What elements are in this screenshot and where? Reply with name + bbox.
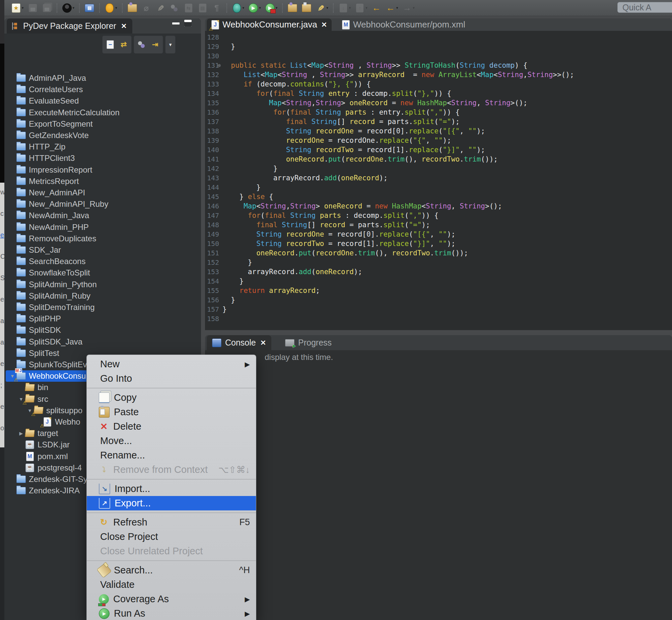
console-tab-progress[interactable]: Progress [280, 335, 341, 350]
run-button[interactable]: ▶▾ [247, 2, 262, 14]
code-line: arrayRecord.add(oneRecord); [222, 173, 388, 183]
quick-access-field[interactable]: Quick A [617, 2, 672, 13]
save-icon [28, 3, 38, 13]
menu-item-label: Refresh [113, 517, 148, 528]
code-area[interactable]: } public static List<Map<String , String… [220, 31, 672, 330]
close-view-icon[interactable]: ✕ [121, 22, 127, 30]
tree-item-splitadmin-python[interactable]: SplitAdmin_Python [6, 279, 199, 290]
tree-item-icon [16, 131, 26, 140]
explorer-title: PyDev Package Explorer [23, 21, 116, 31]
menu-item-paste[interactable]: Paste [87, 405, 256, 419]
tree-item-removeduplicates[interactable]: RemoveDuplicates [6, 233, 199, 244]
project-folder-icon [16, 258, 26, 265]
tree-item-evaluateseed[interactable]: EvaluateSeed [6, 95, 199, 107]
tree-item-splitsdk-java[interactable]: SplitSDK_Java [6, 336, 199, 348]
menu-item-import[interactable]: ↘Import... [87, 481, 256, 496]
tree-item-httpclient3[interactable]: HTTPClient3 [6, 153, 199, 164]
open-console-button[interactable]: ▤ [83, 2, 96, 14]
new-wizard-button[interactable]: ★▾ [10, 2, 25, 14]
minimize-view-button[interactable] [172, 22, 179, 24]
menu-item-export[interactable]: ↗Export... [87, 496, 256, 510]
tree-item-newadmin-java[interactable]: NewAdmin_Java [6, 210, 199, 221]
tree-item-correlateusers[interactable]: CorrelateUsers [6, 84, 199, 95]
tree-item-snowflaketosplit[interactable]: SnowflakeToSplit [6, 267, 199, 278]
user-profile-button[interactable]: ▾ [61, 2, 76, 14]
maximize-view-button[interactable] [184, 20, 191, 27]
debug-dropdown-icon[interactable]: ▾ [115, 6, 117, 10]
tree-item-executemetriccalculation[interactable]: ExecuteMetricCalculation [6, 107, 199, 118]
console-tab-console[interactable]: Console✕ [207, 335, 271, 350]
tree-item-splitadmin-ruby[interactable]: SplitAdmin_Ruby [6, 290, 199, 302]
tree-item-label: ExportToSegment [29, 119, 93, 129]
editor-tab-icon-wrap: J⚠ [211, 20, 219, 30]
highlighter-dropdown-icon[interactable]: ▾ [326, 6, 328, 10]
menu-item-rename[interactable]: Rename... [87, 448, 256, 463]
highlighter-button[interactable]: ✎▾ [315, 2, 329, 14]
menu-item-validate[interactable]: Validate [87, 577, 256, 592]
close-tab-icon[interactable]: ✕ [321, 21, 327, 29]
customize-view-icon[interactable]: ⇥ [150, 40, 160, 50]
menu-item-coverage-as[interactable]: ▶Coverage As▶ [87, 592, 256, 606]
user-profile-dropdown-icon[interactable]: ▾ [73, 6, 75, 10]
menu-item-copy[interactable]: Copy [87, 391, 256, 405]
open-element-button[interactable] [300, 2, 313, 14]
tree-item-splitsdk[interactable]: SplitSDK [6, 324, 199, 336]
back-history-button[interactable]: ← [371, 2, 383, 14]
tree-item-new-adminapi[interactable]: New_AdminAPI [6, 187, 199, 198]
menu-separator [87, 512, 256, 513]
close-tab-icon[interactable]: ✕ [260, 339, 266, 347]
editor-tab-webhookconsumer-java[interactable]: J⚠WebhookConsumer.java✕ [207, 18, 332, 31]
tree-item-http-zip[interactable]: HTTP_Zip [6, 141, 199, 153]
menu-item-go-into[interactable]: Go Into [87, 371, 256, 386]
menu-item-refresh[interactable]: ↻RefreshF5 [87, 515, 256, 529]
tree-item-searchbeacons[interactable]: SearchBeacons [6, 256, 199, 267]
external-tools-dropdown-icon[interactable]: ▾ [276, 6, 278, 10]
open-resource-button[interactable] [286, 2, 298, 14]
view-menu-icon[interactable]: ▼ [168, 42, 172, 47]
menu-item-search[interactable]: Search...^H [87, 563, 256, 577]
menu-item-new[interactable]: New▶ [87, 357, 256, 371]
tree-item-splitdemotraining[interactable]: SplitDemoTraining [6, 302, 199, 313]
new-wizard-dropdown-icon[interactable]: ▾ [22, 6, 24, 10]
editor-tab-webhookconsumer-pom-xml[interactable]: MWebhookConsumer/pom.xml [337, 18, 474, 31]
debug-button[interactable]: ▾ [104, 2, 118, 14]
tree-item-newadmin-php[interactable]: NewAdmin_PHP [6, 221, 199, 233]
menu-shortcut: ^H [239, 565, 250, 575]
tree-item-getzendeskvote[interactable]: GetZendeskVote [6, 130, 199, 141]
external-tools-button[interactable]: ▶▾ [264, 2, 279, 14]
show-whitespace-icon: ¶ [212, 3, 222, 13]
link-with-editor-icon[interactable]: ⇄ [119, 40, 129, 50]
menu-item-run-as[interactable]: ▶Run As▶ [87, 606, 256, 620]
code-line: } [222, 183, 261, 192]
project-folder-icon [16, 350, 26, 357]
toolbar-separator [282, 3, 283, 13]
tree-item-impressionreport[interactable]: ImpressionReport [6, 164, 199, 175]
tree-item-icon [16, 314, 26, 323]
menu-item-label: Close Project [100, 531, 158, 542]
tree-item-sdk-jar[interactable]: SDK_Jar [6, 244, 199, 256]
pydev-debug-button[interactable]: ▾ [231, 2, 245, 14]
tree-item-splitphp[interactable]: SplitPHP [6, 313, 199, 324]
open-task-button[interactable] [126, 2, 138, 14]
back-button[interactable]: ←▾ [385, 2, 399, 14]
collapse-all-icon[interactable]: − [105, 40, 115, 50]
tree-item-exporttosegment[interactable]: ExportToSegment [6, 118, 199, 130]
pydev-debug-dropdown-icon[interactable]: ▾ [242, 6, 244, 10]
tree-item-adminapi-java[interactable]: AdminAPI_Java [6, 72, 199, 84]
tab-pydev-package-explorer[interactable]: PyDev Package Explorer ✕ [7, 18, 132, 34]
filter-sync-icon[interactable] [137, 40, 147, 50]
tree-item-metricsreport[interactable]: MetricsReport [6, 175, 199, 187]
explorer-toolbar-group-3: ▼ [165, 36, 175, 54]
back-dropdown-icon[interactable]: ▾ [396, 6, 398, 10]
chevron-collapsed-icon[interactable]: ▶ [18, 431, 24, 436]
menu-shortcut: F5 [239, 517, 250, 527]
line-number: 157 [207, 305, 219, 314]
run-dropdown-icon[interactable]: ▾ [259, 6, 261, 10]
tree-item-new-adminapi-ruby[interactable]: New_AdminAPI_Ruby [6, 198, 199, 210]
mark-occurrences-button: ✎ [155, 2, 167, 14]
menu-item-move[interactable]: Move... [87, 434, 256, 448]
menu-item-label: Move... [100, 435, 132, 447]
menu-item-delete[interactable]: ✕Delete [87, 419, 256, 434]
menu-item-close-project[interactable]: Close Project [87, 529, 256, 544]
project-folder-icon [16, 155, 26, 162]
